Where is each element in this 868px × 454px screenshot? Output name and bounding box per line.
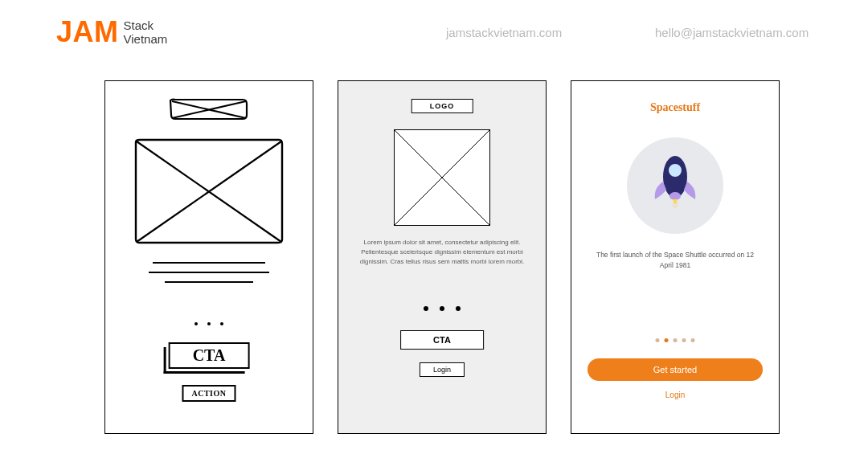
wireframe-frame: LOGO Lorem ipsum dolor sit amet, consect… xyxy=(338,80,547,434)
wireframe-cta-button[interactable]: CTA xyxy=(400,330,484,350)
hifi-pager-dots[interactable] xyxy=(656,338,695,342)
sketch-pager-dots xyxy=(194,322,223,325)
page-header: JAM Stack Vietnam jamstackvietnam.com he… xyxy=(0,18,868,58)
rocket-icon xyxy=(647,149,703,222)
logo-stack-text: Stack xyxy=(124,19,168,33)
wireframe-login-button[interactable]: Login xyxy=(420,362,465,377)
brand-logo: JAM Stack Vietnam xyxy=(56,18,167,47)
site-link[interactable]: jamstackvietnam.com xyxy=(446,26,562,39)
svg-point-3 xyxy=(669,192,681,200)
logo-vietnam-text: Vietnam xyxy=(124,33,168,47)
svg-point-2 xyxy=(668,163,682,178)
hifi-title: Spacestuff xyxy=(571,101,779,114)
sketch-cta-button[interactable]: CTA xyxy=(169,342,250,369)
sketch-image-placeholder xyxy=(133,137,285,246)
logo-jam-text: JAM xyxy=(56,18,119,47)
hifi-illustration xyxy=(627,137,723,234)
wireframe-body-text: Lorem ipsum dolor sit amet, consectetur … xyxy=(356,238,528,267)
hifi-description: The first launch of the Space Shuttle oc… xyxy=(596,250,755,271)
email-link[interactable]: hello@jamstackvietnam.com xyxy=(655,26,809,39)
hifi-frame: Spacestuff The first launch of the Space… xyxy=(571,80,780,434)
hifi-get-started-button[interactable]: Get started xyxy=(588,358,763,381)
sketch-text-lines xyxy=(149,262,269,283)
hifi-login-link[interactable]: Login xyxy=(571,391,779,399)
sketch-frame: CTA ACTION xyxy=(104,80,313,434)
sketch-action-button[interactable]: ACTION xyxy=(182,385,235,402)
sketch-logo-placeholder xyxy=(169,97,249,121)
wireframe-pager-dots xyxy=(424,306,461,311)
wireframe-logo-placeholder: LOGO xyxy=(411,99,473,113)
wireframe-image-placeholder xyxy=(394,129,490,226)
mockup-stage: CTA ACTION LOGO Lorem ipsum dolor sit am… xyxy=(0,80,868,454)
